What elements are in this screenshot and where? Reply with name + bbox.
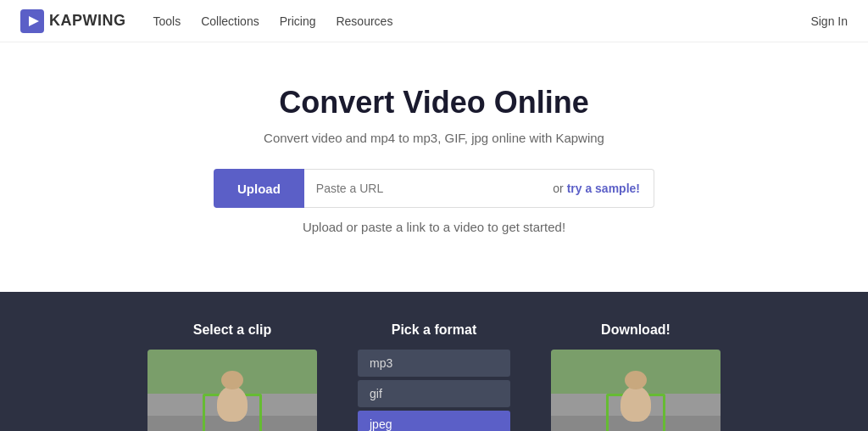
main-nav: Tools Collections Pricing Resources [153,14,811,28]
hero-section: Convert Video Online Convert video and m… [0,42,868,292]
upload-row: Upload or try a sample! [214,169,654,208]
format-list: mp3 gif jpeg mp4 [358,350,510,431]
site-header: KAPWING Tools Collections Pricing Resour… [0,0,868,42]
or-text: or [553,182,563,195]
try-sample-container: or try a sample! [539,169,654,208]
hero-title: Convert Video Online [20,85,848,120]
try-sample-link[interactable]: try a sample! [567,182,640,195]
pick-format-title: Pick a format [392,322,476,338]
url-input[interactable] [304,169,539,208]
nav-item-collections[interactable]: Collections [201,14,259,28]
download-title: Download! [601,322,670,338]
logo-text: KAPWING [49,12,126,30]
nav-item-pricing[interactable]: Pricing [280,14,316,28]
logo[interactable]: KAPWING [20,9,126,33]
sign-in-button[interactable]: Sign In [810,14,848,28]
dog-head-right [625,371,647,389]
dog-body [217,386,248,422]
download-col: Download! [551,322,721,431]
demo-section: Select a clip Pick a format mp3 gif jp [0,292,868,431]
nav-item-tools[interactable]: Tools [153,14,181,28]
hint-text: Upload or paste a link to a video to get… [20,220,848,234]
format-gif[interactable]: gif [358,380,510,407]
dog-head [221,371,243,389]
upload-button[interactable]: Upload [214,169,304,208]
nav-item-resources[interactable]: Resources [336,14,392,28]
select-clip-col: Select a clip [147,322,317,431]
clip-thumbnail-right [551,350,721,431]
hero-subtitle: Convert video and mp4 to mp3, GIF, jpg o… [20,131,848,145]
select-clip-title: Select a clip [193,322,272,338]
logo-icon [20,9,44,33]
format-jpeg[interactable]: jpeg [358,411,510,431]
pick-format-col: Pick a format mp3 gif jpeg mp4 [358,322,510,431]
format-mp3[interactable]: mp3 [358,350,510,377]
dog-body-right [620,386,651,422]
clip-thumbnail-left [147,350,317,431]
